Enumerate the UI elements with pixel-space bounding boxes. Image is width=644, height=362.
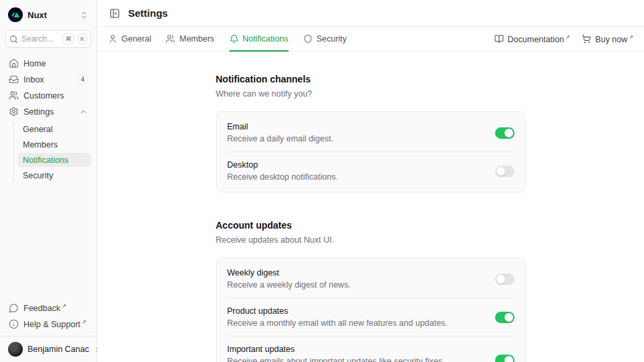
tab-label: Members [179, 34, 214, 44]
product-updates-toggle[interactable] [495, 312, 515, 323]
settings-subnav: General Members Notifications Security [13, 122, 91, 182]
settings-tabs: General Members Notifications Security [97, 27, 644, 52]
tab-members[interactable]: Members [166, 27, 214, 51]
main-panel: Settings General Members Notifications [97, 0, 644, 362]
tab-security[interactable]: Security [303, 27, 347, 51]
section-title: Notification channels [216, 74, 526, 84]
search-input[interactable]: Search... ⌘ K [5, 30, 91, 48]
setting-label: Email [227, 122, 333, 131]
help-support-label: Help & Support [23, 319, 86, 329]
org-switcher[interactable]: Nuxt [5, 5, 91, 24]
home-icon [9, 58, 19, 68]
sidebar-item-security[interactable]: Security [17, 168, 91, 182]
setting-row-email: Email Receive a daily email digest. [217, 114, 525, 152]
setting-label: Product updates [227, 306, 448, 316]
sidebar-item-settings[interactable]: Settings [5, 105, 91, 119]
section-title: Account updates [216, 220, 526, 231]
info-circle-icon [9, 319, 19, 329]
chevron-up-icon [79, 107, 88, 116]
setting-row-desktop: Desktop Receive desktop notifications. [217, 152, 525, 190]
important-updates-toggle[interactable] [495, 355, 515, 362]
users-icon [166, 34, 175, 44]
search-icon [9, 35, 18, 44]
sidebar-nav: Home Inbox 4 Customers Settings [5, 56, 91, 182]
user-name: Benjamin Canac [28, 345, 89, 354]
documentation-label: Documentation [508, 34, 570, 44]
email-toggle[interactable] [495, 127, 515, 139]
notification-channels-section: Notification channels Where can we notif… [216, 74, 526, 192]
sidebar-spacer [5, 182, 91, 301]
sidebar-footer-links: Feedback Help & Support [5, 301, 91, 336]
help-support-link[interactable]: Help & Support [5, 317, 91, 331]
feedback-label: Feedback [23, 303, 66, 313]
setting-row-weekly-digest: Weekly digest Receive a weekly digest of… [217, 260, 525, 298]
app-window: Nuxt Search... ⌘ K Home [0, 0, 644, 362]
chevrons-up-down-icon [80, 11, 89, 19]
sidebar-item-inbox[interactable]: Inbox 4 [5, 72, 91, 86]
setting-label: Desktop [227, 160, 338, 170]
sidebar-item-label: Customers [23, 91, 64, 101]
nuxt-logo-icon [8, 7, 23, 22]
tab-label: Security [317, 34, 347, 44]
sidebar-item-customers[interactable]: Customers [5, 88, 91, 103]
shopping-cart-icon [582, 34, 591, 44]
user-menu[interactable]: Benjamin Canac [0, 336, 97, 362]
documentation-link[interactable]: Documentation [494, 34, 570, 44]
section-description: Receive updates about Nuxt UI. [216, 235, 526, 245]
avatar [8, 342, 23, 357]
desktop-toggle[interactable] [495, 166, 515, 177]
setting-description: Receive emails about important updates l… [227, 357, 484, 362]
sidebar-item-general[interactable]: General [17, 122, 91, 136]
setting-description: Receive a weekly digest of news. [227, 280, 351, 290]
book-open-icon [494, 34, 504, 44]
user-icon [108, 34, 117, 44]
kbd-k: K [78, 34, 87, 44]
tab-label: Notifications [243, 34, 288, 44]
sidebar-item-label: Settings [23, 107, 54, 117]
shield-icon [303, 34, 313, 44]
sidebar-item-label: Inbox [23, 75, 44, 84]
search-placeholder: Search... [21, 34, 59, 44]
kbd-command: ⌘ [62, 34, 74, 44]
account-updates-section: Account updates Receive updates about Nu… [216, 220, 526, 362]
users-icon [9, 90, 19, 101]
tab-notifications[interactable]: Notifications [229, 27, 288, 51]
gear-icon [9, 107, 19, 117]
header-links: Documentation Buy now [494, 27, 633, 51]
bell-icon [229, 34, 239, 44]
settings-content: Notification channels Where can we notif… [97, 52, 644, 362]
setting-label: Weekly digest [227, 268, 351, 278]
collapse-sidebar-button[interactable] [108, 7, 121, 20]
feedback-link[interactable]: Feedback [5, 301, 91, 315]
topbar: Settings [97, 0, 644, 27]
tab-label: General [121, 34, 151, 44]
org-name: Nuxt [28, 10, 47, 20]
setting-label: Important updates [227, 345, 484, 354]
inbox-count-badge: 4 [77, 74, 88, 84]
sidebar-item-notifications[interactable]: Notifications [17, 153, 91, 167]
tab-general[interactable]: General [108, 27, 151, 51]
message-circle-icon [9, 303, 19, 313]
setting-description: Receive desktop notifications. [227, 172, 338, 182]
setting-description: Receive a daily email digest. [227, 134, 333, 143]
settings-card: Email Receive a daily email digest. Desk… [216, 111, 526, 192]
weekly-digest-toggle[interactable] [495, 274, 515, 285]
sidebar-item-members[interactable]: Members [17, 137, 91, 152]
page-title: Settings [128, 7, 168, 19]
setting-description: Receive a monthly email with all new fea… [227, 318, 448, 328]
buy-now-link[interactable]: Buy now [582, 34, 633, 44]
setting-row-important-updates: Important updates Receive emails about i… [217, 337, 525, 362]
buy-now-label: Buy now [595, 34, 633, 44]
setting-row-product-updates: Product updates Receive a monthly email … [217, 298, 525, 336]
settings-card: Weekly digest Receive a weekly digest of… [216, 257, 526, 362]
sidebar: Nuxt Search... ⌘ K Home [0, 0, 97, 362]
sidebar-item-home[interactable]: Home [5, 56, 91, 70]
section-description: Where can we notify you? [216, 89, 526, 99]
panel-left-icon [109, 8, 120, 19]
inbox-icon [9, 74, 19, 84]
sidebar-item-label: Home [23, 59, 46, 68]
